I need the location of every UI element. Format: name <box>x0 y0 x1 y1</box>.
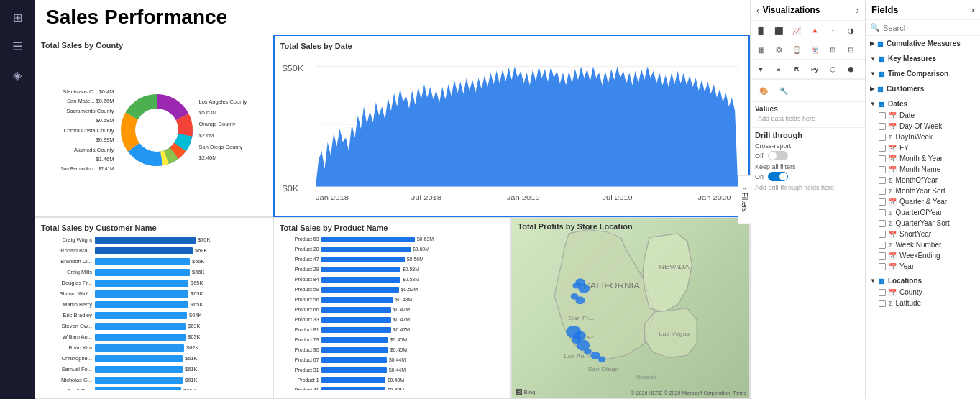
add-drill-placeholder[interactable]: Add drill-through fields here <box>755 184 861 191</box>
field-checkbox[interactable] <box>879 177 886 184</box>
field-item[interactable]: Σ Week Number <box>869 239 977 250</box>
product-bar-row: Product 79 $0.45M <box>280 336 505 344</box>
viz-icon-slicer[interactable]: ≡ <box>770 61 787 77</box>
field-checkbox[interactable] <box>879 188 886 195</box>
viz-icon-line[interactable]: 📈 <box>788 22 805 38</box>
donut-label-7: $1.46M <box>60 155 114 165</box>
field-item[interactable]: 📅 Quarter & Year <box>869 196 977 207</box>
field-item[interactable]: Σ MonthOfYear <box>869 175 977 185</box>
field-checkbox[interactable] <box>879 263 886 270</box>
field-item[interactable]: 📅 Day Of Week <box>869 121 977 132</box>
field-item[interactable]: 📅 Year <box>869 261 977 272</box>
viz-icon-gauge[interactable]: ⌚ <box>788 42 805 58</box>
customer-bar-row: Steven Ow... $63K <box>41 321 267 331</box>
field-checkbox[interactable] <box>879 231 886 238</box>
sidebar-icon-grid[interactable]: ⊞ <box>6 6 29 29</box>
viz-icon-filter[interactable]: ▼ <box>752 61 769 77</box>
field-group-header[interactable]: ▼ ▦ Time Comparison <box>869 68 977 80</box>
customer-name: Eric Bradley <box>41 312 95 318</box>
viz-panel-arrow-left[interactable]: ‹ <box>756 4 760 16</box>
field-item[interactable]: Σ QuarterYear Sort <box>869 218 977 229</box>
donut-chart-box[interactable]: Total Sales by County Stanislaus C... $0… <box>35 35 273 217</box>
viz-icon-py[interactable]: Py <box>806 61 823 77</box>
field-checkbox[interactable] <box>879 112 886 119</box>
fields-panel-arrow[interactable]: › <box>971 4 974 15</box>
field-checkbox[interactable] <box>879 300 886 307</box>
viz-icon-bar[interactable]: ▐▌ <box>752 22 769 38</box>
viz-icon-custom2[interactable]: ⬢ <box>842 61 859 77</box>
field-checkbox[interactable] <box>879 289 886 296</box>
product-bar <box>321 267 400 272</box>
field-checkbox[interactable] <box>879 242 886 249</box>
customer-bar-row: Samuel Fo... $61K <box>41 364 267 375</box>
map-chart-box[interactable]: Total Profits by Store Location CALIFORN… <box>511 217 750 400</box>
field-item[interactable]: 📅 Date <box>869 110 977 121</box>
viz-icon-pie[interactable]: ◑ <box>842 22 859 38</box>
viz-icon-bar2[interactable]: ⬛ <box>770 22 787 38</box>
field-group-header[interactable]: ▼ ▦ Dates <box>869 98 977 110</box>
field-item[interactable]: Σ QuarterOfYear <box>869 207 977 218</box>
viz-bottom-icon1[interactable]: 🎨 <box>755 83 772 98</box>
viz-icon-funnel[interactable]: ⏣ <box>770 42 787 58</box>
customer-name: Ronald Bra... <box>41 247 95 254</box>
cross-report-toggle[interactable] <box>768 151 788 160</box>
field-item[interactable]: 📅 Month Name <box>869 164 977 175</box>
sidebar-icon-pages[interactable]: ☰ <box>6 35 29 58</box>
product-bar <box>321 367 387 373</box>
viz-icon-r[interactable]: R <box>788 61 805 77</box>
viz-panel-arrow-right[interactable]: › <box>856 4 859 16</box>
field-group-header[interactable]: ▼ ▦ Locations <box>869 275 977 287</box>
product-name: Product 66 <box>280 307 321 312</box>
sidebar-icon-bookmarks[interactable]: ◈ <box>6 63 29 86</box>
field-checkbox[interactable] <box>879 220 886 227</box>
viz-icon-map[interactable]: 🗺 <box>860 22 865 38</box>
field-checkbox[interactable] <box>879 209 886 216</box>
viz-icon-custom3[interactable]: … <box>860 61 865 77</box>
field-group-header[interactable]: ▼ ▦ Key Measures <box>869 52 977 65</box>
viz-icon-card[interactable]: 🃏 <box>806 42 823 58</box>
viz-bottom-icon2[interactable]: 🔧 <box>775 83 792 98</box>
field-group-header[interactable]: ▶ ▦ Customers <box>869 83 977 95</box>
filters-tab[interactable]: ‹ Filters <box>738 175 751 224</box>
customer-chart-box[interactable]: Total Sales by Customer Name Craig Wrigh… <box>35 217 273 400</box>
field-checkbox[interactable] <box>879 145 886 152</box>
viz-icon-scatter[interactable]: ⋯ <box>824 22 841 38</box>
viz-icon-matrix[interactable]: ⊟ <box>842 42 859 58</box>
field-item[interactable]: 📅 FY <box>869 142 977 153</box>
field-checkbox[interactable] <box>879 166 886 173</box>
customer-chart-title: Total Sales by Customer Name <box>41 224 267 232</box>
keep-filters-toggle[interactable] <box>768 172 788 181</box>
field-item[interactable]: 📅 Month & Year <box>869 153 977 164</box>
keep-filters-label: Keep all filters <box>755 163 861 170</box>
field-group: ▶ ▦ Customers <box>866 81 980 96</box>
field-item[interactable]: 📅 WeekEnding <box>869 250 977 261</box>
date-chart-box[interactable]: Total Sales by Date $50K $0K Jan 2018 Ju… <box>273 35 750 217</box>
fields-search-bar[interactable]: 🔍 <box>866 20 980 36</box>
viz-panel: ‹ Visualizations › ▐▌ ⬛ 📈 🔺 ⋯ ◑ 🗺 ▦ ⏣ ⌚ … <box>750 0 865 399</box>
viz-icon-custom1[interactable]: ⬡ <box>824 61 841 77</box>
field-label: FY <box>899 144 909 152</box>
field-item[interactable]: Σ Latitude <box>869 298 977 308</box>
field-checkbox[interactable] <box>879 123 886 130</box>
viz-icon-more[interactable]: … <box>860 42 865 58</box>
field-label: QuarterYear Sort <box>896 219 950 227</box>
field-group-header[interactable]: ▶ ▦ Cumulative Measures <box>869 37 977 50</box>
viz-icon-treemap[interactable]: ▦ <box>752 42 769 58</box>
customer-bar <box>95 237 196 244</box>
field-item[interactable]: Σ MonthYear Sort <box>869 185 977 196</box>
add-data-fields-placeholder[interactable]: Add data fields here <box>755 113 861 124</box>
field-checkbox[interactable] <box>879 155 886 162</box>
field-checkbox[interactable] <box>879 134 886 141</box>
field-type-icon: Σ <box>889 209 893 216</box>
viz-icon-area[interactable]: 🔺 <box>806 22 823 38</box>
product-bar-row: Product 47 $0.56M <box>280 255 505 264</box>
viz-icon-table[interactable]: ⊞ <box>824 42 841 58</box>
fields-search-input[interactable] <box>883 24 976 32</box>
field-item[interactable]: 📅 ShortYear <box>869 229 977 239</box>
field-checkbox[interactable] <box>879 198 886 206</box>
field-item[interactable]: 📅 County <box>869 287 977 298</box>
field-checkbox[interactable] <box>879 252 886 260</box>
field-item[interactable]: Σ DayInWeek <box>869 132 977 142</box>
product-bar-list: Product 63 $0.63M Product 28 $0.60M Prod… <box>280 235 505 390</box>
product-chart-box[interactable]: Total Sales by Product Name Product 63 $… <box>273 217 512 400</box>
